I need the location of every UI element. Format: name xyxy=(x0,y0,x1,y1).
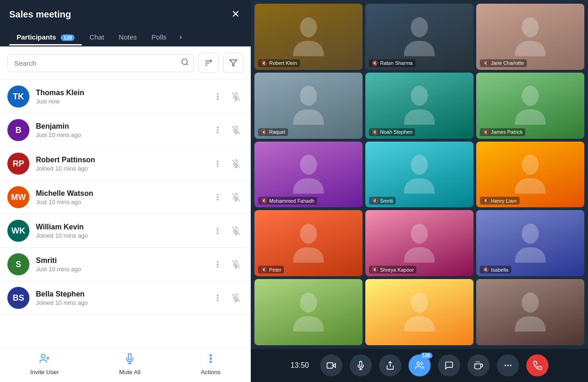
video-label-icon: 🔇 xyxy=(483,198,489,204)
video-label: 🔇 Ratan Sharma xyxy=(369,59,415,67)
search-icon-button[interactable] xyxy=(181,58,189,68)
video-tile[interactable]: 🔇 Ratan Sharma xyxy=(365,4,473,70)
filter-button[interactable] xyxy=(223,53,243,73)
participant-mute-button[interactable] xyxy=(229,257,243,272)
video-tile[interactable] xyxy=(254,279,363,345)
invite-user-button[interactable]: Invite User xyxy=(30,353,59,376)
participant-mute-button[interactable] xyxy=(229,156,243,171)
close-button[interactable]: ✕ xyxy=(230,7,242,21)
meeting-time: 13:50 xyxy=(290,361,309,370)
participants-list: TK Thomas Klein Just now xyxy=(0,80,251,348)
tab-participants[interactable]: Participants 128 xyxy=(9,29,82,46)
sort-button[interactable] xyxy=(198,53,219,73)
person-silhouette-svg xyxy=(498,151,563,198)
person-silhouette-svg xyxy=(387,14,452,60)
svg-point-62 xyxy=(300,155,317,175)
participant-more-button[interactable] xyxy=(210,89,225,104)
person-silhouette-svg xyxy=(276,14,341,60)
mute-icon xyxy=(232,227,240,235)
participants-ctrl-icon xyxy=(415,361,424,370)
avatar: WK xyxy=(7,220,29,242)
participant-status: Joined 10 mins ago xyxy=(36,232,204,239)
search-input[interactable] xyxy=(7,54,194,72)
share-button[interactable] xyxy=(379,354,401,376)
mute-all-button[interactable]: Mute All xyxy=(119,353,140,376)
more-icon xyxy=(503,361,513,370)
actions-button[interactable]: Actions xyxy=(201,353,221,376)
svg-point-26 xyxy=(217,199,219,200)
svg-marker-5 xyxy=(230,60,237,66)
participant-more-button[interactable] xyxy=(210,123,225,137)
tab-more-button[interactable]: › xyxy=(176,29,186,46)
bottom-bar: Invite User Mute All Action xyxy=(0,348,251,382)
svg-line-1 xyxy=(186,63,188,65)
svg-point-0 xyxy=(182,59,187,64)
video-tile[interactable] xyxy=(476,279,584,345)
participant-more-button[interactable] xyxy=(210,190,225,205)
left-panel: Sales meeting ✕ Participants 128 Chat No… xyxy=(0,0,251,382)
tab-chat[interactable]: Chat xyxy=(82,29,111,46)
video-participant-name: Noah Stephen xyxy=(380,129,412,135)
avatar: B xyxy=(7,119,29,141)
participant-actions xyxy=(210,257,243,272)
svg-point-66 xyxy=(411,224,428,244)
video-label: 🔇 Smriti xyxy=(369,197,396,205)
video-tile[interactable]: 🔇 Raquel xyxy=(254,73,363,139)
participant-mute-button[interactable] xyxy=(229,123,243,137)
chat-icon xyxy=(444,361,454,370)
mic-icon xyxy=(356,361,365,370)
video-tile[interactable]: 🔇 Peter xyxy=(254,210,363,276)
svg-point-81 xyxy=(507,365,508,366)
more-vertical-icon xyxy=(213,260,222,268)
video-label-icon: 🔇 xyxy=(372,198,378,204)
actions-label: Actions xyxy=(201,369,221,376)
video-label-icon: 🔇 xyxy=(372,267,378,273)
video-tile[interactable]: 🔇 Robert Klein xyxy=(254,4,363,70)
participant-info: Michelle Watson Just 10 mins ago xyxy=(36,189,204,205)
mic-button[interactable] xyxy=(350,354,372,376)
video-participant-name: Jane Charlotte xyxy=(491,60,524,66)
video-tile[interactable]: 🔇 Isabella xyxy=(476,210,584,276)
video-label-icon: 🔇 xyxy=(261,198,267,204)
svg-point-64 xyxy=(522,155,539,175)
end-call-button[interactable] xyxy=(526,354,548,376)
participant-mute-button[interactable] xyxy=(229,291,243,305)
raise-hand-button[interactable] xyxy=(467,354,490,376)
svg-point-44 xyxy=(217,300,219,301)
participant-name: William Kevin xyxy=(36,223,204,231)
video-tile[interactable]: 🔇 Mohammed Fahadh xyxy=(254,142,363,208)
participant-more-button[interactable] xyxy=(210,257,225,272)
video-button[interactable] xyxy=(320,354,342,376)
participant-more-button[interactable] xyxy=(210,223,225,238)
person-silhouette-svg xyxy=(498,82,563,129)
control-bar: 13:50 xyxy=(251,349,588,382)
more-vertical-icon xyxy=(213,294,222,302)
video-tile[interactable]: 🔇 Smriti xyxy=(365,142,473,208)
more-button[interactable] xyxy=(497,354,519,376)
svg-point-25 xyxy=(217,197,219,198)
video-tile[interactable]: 🔇 Jane Charlotte xyxy=(476,4,584,70)
participant-more-button[interactable] xyxy=(210,156,225,171)
chat-button[interactable] xyxy=(438,354,460,376)
tab-polls[interactable]: Polls xyxy=(144,29,174,46)
video-tile[interactable]: 🔇 James Patrick xyxy=(476,73,584,139)
video-tile[interactable]: 🔇 Noah Stephen xyxy=(365,73,473,139)
video-tile[interactable]: 🔇 Henry Liam xyxy=(476,142,584,208)
video-participant-name: Shreya Kapoor xyxy=(380,267,414,273)
participant-mute-button[interactable] xyxy=(229,223,243,238)
participant-mute-button[interactable] xyxy=(229,89,243,104)
video-tile[interactable]: 🔇 Shreya Kapoor xyxy=(365,210,473,276)
more-vertical-icon xyxy=(213,92,222,101)
svg-point-30 xyxy=(217,228,219,229)
participants-button[interactable]: 128 xyxy=(409,354,431,376)
video-label: 🔇 Jane Charlotte xyxy=(480,59,527,67)
video-tile[interactable] xyxy=(365,279,473,345)
avatar: S xyxy=(7,253,29,275)
video-label: 🔇 Robert Klein xyxy=(258,59,300,67)
participant-more-button[interactable] xyxy=(210,291,225,305)
participant-mute-button[interactable] xyxy=(229,190,243,205)
svg-point-14 xyxy=(217,132,219,133)
person-silhouette-svg xyxy=(387,151,452,198)
svg-point-60 xyxy=(411,86,428,106)
tab-notes[interactable]: Notes xyxy=(111,29,144,46)
